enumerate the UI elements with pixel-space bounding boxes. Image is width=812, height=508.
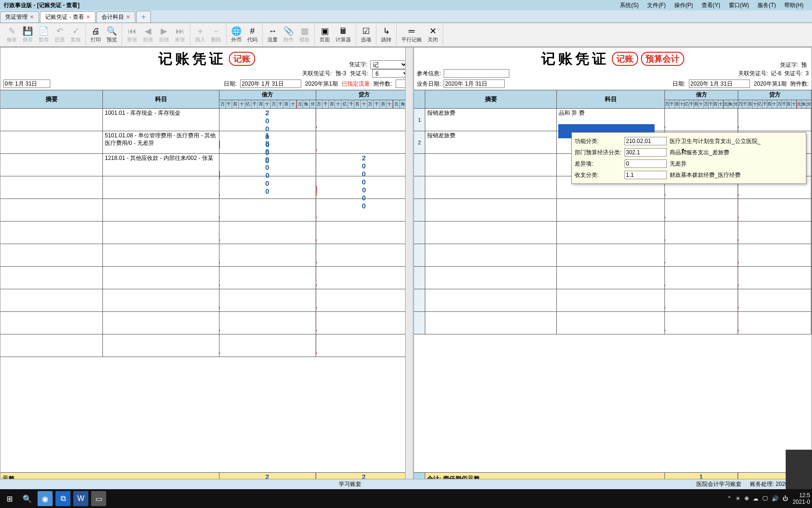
tray-icon[interactable]: 🖵 [762, 495, 768, 502]
voucher-row[interactable] [414, 267, 812, 289]
tool-复核: ✓复核 [68, 24, 84, 46]
tray-icon[interactable]: ☀ [735, 495, 741, 502]
date2-input[interactable] [3, 79, 50, 88]
menu-item[interactable]: 窗口(W) [729, 1, 749, 9]
menu-item[interactable]: 帮助(H) [784, 1, 804, 9]
tool-还原: ↶还原 [52, 24, 68, 46]
voucher-row[interactable] [0, 222, 413, 244]
tab-add[interactable]: + [136, 11, 151, 23]
popup-input[interactable] [625, 171, 667, 179]
menu-bar: 系统(S)文件(F)操作(P)查看(Y)窗口(W)服务(T)帮助(H) [620, 1, 808, 9]
tool-打印[interactable]: 🖨打印 [88, 24, 104, 46]
tool-跳转[interactable]: ↳跳转 [378, 24, 394, 46]
close-icon[interactable]: ✕ [30, 14, 34, 20]
popup-row: 功能分类:医疗卫生与计划生育支出_公立医院_ [575, 135, 803, 147]
close-icon[interactable]: ✕ [126, 14, 130, 20]
voucher-row[interactable]: 5101.01.08 - 单位管理费用 - 医疗费用 - 其他医疗费用/0 - … [0, 131, 413, 154]
voucher-header-left: 记账凭证 记账 凭证字: 记 关联凭证号: 预-3 凭证号: 6 日期: 202… [0, 48, 413, 90]
menu-item[interactable]: 文件(F) [647, 1, 665, 9]
taskbar-icon[interactable]: 🔍 [20, 491, 35, 506]
voucher-no-select[interactable]: 6 [372, 69, 410, 78]
close-icon[interactable]: ✕ [86, 14, 90, 20]
taskbar-icon[interactable]: ⧉ [55, 491, 70, 506]
popup-row: 部门预算经济分类:商品和服务支出_差旅费 [575, 147, 803, 158]
biz-date-input[interactable] [444, 79, 505, 88]
tool-外币[interactable]: 🌐外币 [228, 24, 244, 46]
menu-item[interactable]: 服务(T) [757, 1, 776, 9]
tool-模板: ▦模板 [297, 24, 312, 46]
voucher-row[interactable] [414, 199, 812, 222]
tray-icon[interactable]: ☁ [753, 495, 758, 502]
voucher-row[interactable] [0, 289, 413, 312]
tool-插入: ＋插入 [192, 24, 208, 46]
menu-item[interactable]: 系统(S) [620, 1, 639, 9]
tab[interactable]: 记账凭证 - 查看✕ [40, 11, 95, 23]
vscrollbar[interactable] [405, 48, 413, 497]
tool-暂存: 📄暂存 [36, 24, 52, 46]
tool-保存: 💾保存 [20, 24, 36, 46]
stamp-posted: 记账 [612, 52, 638, 66]
stamp-budget: 预算会计 [641, 52, 684, 66]
date-input-r[interactable] [689, 79, 750, 88]
voucher-title: 记账凭证 [158, 49, 226, 69]
tray-icon[interactable]: ❋ [744, 495, 749, 502]
voucher-row[interactable] [414, 222, 812, 244]
tab[interactable]: 凭证管理✕ [0, 11, 39, 23]
webcam-overlay [786, 450, 812, 489]
tool-前张: ◀前张 [140, 24, 156, 46]
tool-预览[interactable]: 🔍预览 [104, 24, 120, 46]
tool-选项[interactable]: ☑选项 [358, 24, 374, 46]
ref-input[interactable] [444, 69, 509, 78]
grid-header-left: 摘要 科目 借方万千百十亿千百十万千百十元角分 贷方万千百十亿千百十万千百十元角… [0, 90, 413, 109]
popup-input[interactable] [625, 137, 667, 145]
tool-后张: ▶后张 [156, 24, 172, 46]
voucher-row[interactable]: 1001.01 - 库存现金 - 库存现金2000000 [0, 109, 413, 131]
classification-popup: 功能分类:医疗卫生与计划生育支出_公立医院_部门预算经济分类:商品和服务支出_差… [571, 132, 806, 184]
voucher-row[interactable] [414, 312, 812, 334]
tabs: 凭证管理✕记账凭证 - 查看✕会计科目✕+ [0, 10, 812, 23]
tray-icon[interactable]: ⏻ [782, 495, 788, 502]
voucher-row[interactable] [414, 244, 812, 267]
popup-row: 收支分类:财政基本拨款经费_医疗经费 [575, 169, 803, 181]
toolbar: ✎修改💾保存📄暂存↶还原✓复核🖨打印🔍预览⏮首张◀前张▶后张⏭末张＋插入－删除🌐… [0, 23, 812, 47]
grid-header-right: 摘要 科目 借方万千百十亿千百十万千百十元角分 贷方万千百十亿千百十万千百十元角… [414, 90, 812, 109]
voucher-row[interactable] [414, 289, 812, 312]
tool-计算器[interactable]: 🖩计算器 [333, 24, 354, 46]
taskbar-icon[interactable]: ⊞ [2, 491, 17, 506]
taskbar-icon[interactable]: ▭ [91, 491, 106, 506]
voucher-row[interactable] [0, 334, 413, 357]
tool-修改: ✎修改 [4, 24, 20, 46]
grid-body-left[interactable]: 1001.01 - 库存现金 - 库存现金20000005101.01.08 -… [0, 109, 413, 472]
voucher-prefix-select[interactable]: 记 [370, 60, 408, 69]
voucher-row[interactable] [0, 267, 413, 289]
workspace: 记账凭证 记账 凭证字: 记 关联凭证号: 预-3 凭证号: 6 日期: 202… [0, 47, 812, 498]
stamp-posted: 记账 [229, 52, 255, 66]
tool-关闭[interactable]: ✕关闭 [425, 24, 441, 46]
popup-input[interactable] [625, 159, 667, 168]
tray-icon[interactable]: 🔊 [772, 495, 779, 502]
menu-item[interactable]: 操作(P) [674, 1, 693, 9]
popup-input[interactable] [625, 148, 667, 157]
voucher-row[interactable] [0, 199, 413, 222]
voucher-row[interactable] [0, 312, 413, 334]
date-input[interactable] [240, 79, 301, 88]
tab[interactable]: 会计科目✕ [96, 11, 135, 23]
voucher-row[interactable] [0, 176, 413, 199]
menu-item[interactable]: 查看(Y) [702, 1, 720, 9]
voucher-row[interactable]: 1218.01 - 其他应收款 - 内部往来/002 - 张某2000000 [0, 154, 413, 176]
tool-末张: ⏭末张 [172, 24, 188, 46]
tool-代码[interactable]: #代码 [244, 24, 260, 46]
tool-首张: ⏮首张 [124, 24, 140, 46]
flow-note: 已指定流量 [342, 80, 370, 88]
app-title: 行政事业版 - [记账凭证 - 查看] [4, 1, 79, 9]
tray-icon[interactable]: ⌃ [727, 495, 732, 502]
voucher-header-right: 记账凭证 记账 预算会计 凭证字: 预 参考信息: 关联凭证号: 记-6 凭证号… [414, 48, 812, 90]
tool-流量[interactable]: ↔流量 [265, 24, 281, 46]
voucher-row[interactable] [0, 244, 413, 267]
tool-页面[interactable]: ▣页面 [317, 24, 333, 46]
taskbar-icon[interactable]: ◉ [38, 491, 53, 506]
tool-平行记账[interactable]: ═平行记账 [398, 24, 425, 46]
voucher-pane-right: 记账凭证 记账 预算会计 凭证字: 预 参考信息: 关联凭证号: 记-6 凭证号… [414, 47, 812, 498]
taskbar-icon[interactable]: W [73, 491, 88, 506]
voucher-title: 记账凭证 [541, 49, 609, 69]
